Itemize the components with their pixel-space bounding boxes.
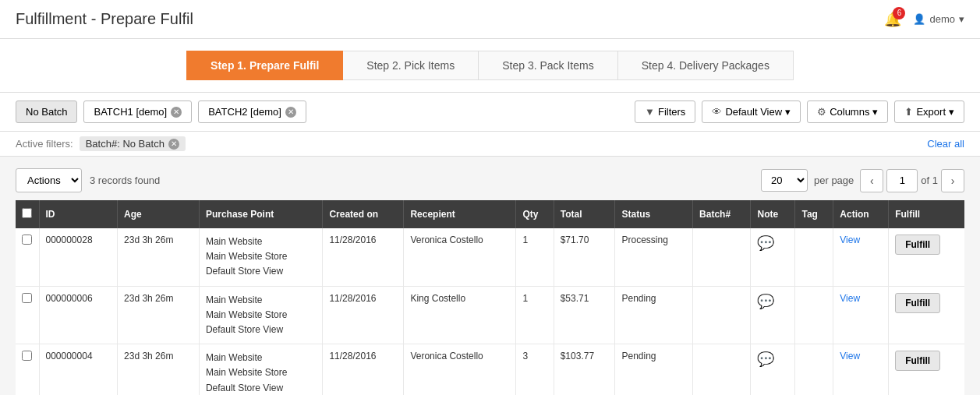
filter-tag-text: Batch#: No Batch bbox=[86, 138, 165, 150]
step-4[interactable]: Step 4. Delivery Packages bbox=[618, 51, 794, 80]
th-recipient: Recepient bbox=[404, 200, 516, 228]
cell-tag bbox=[795, 344, 833, 395]
next-page-button[interactable]: › bbox=[941, 169, 964, 192]
row-checkbox[interactable] bbox=[22, 351, 32, 361]
th-qty: Qty bbox=[516, 200, 554, 228]
note-icon[interactable]: 💬 bbox=[757, 235, 774, 251]
notification-bell[interactable]: 🔔 6 bbox=[884, 11, 901, 28]
th-checkbox bbox=[16, 200, 39, 228]
cell-total: $103.77 bbox=[554, 344, 615, 395]
row-checkbox[interactable] bbox=[22, 293, 32, 303]
step-1[interactable]: Step 1. Prepare Fulfil bbox=[186, 51, 343, 80]
view-link[interactable]: View bbox=[840, 351, 860, 361]
per-page-label: per page bbox=[814, 175, 854, 186]
cell-fulfill[interactable]: Fulfill bbox=[889, 286, 964, 344]
chevron-down-icon: ▾ bbox=[959, 13, 964, 25]
cell-age: 23d 3h 26m bbox=[118, 344, 200, 395]
cell-tag bbox=[795, 286, 833, 344]
gear-icon: ⚙ bbox=[817, 106, 826, 118]
cell-recipient: King Costello bbox=[404, 286, 516, 344]
actions-select-input[interactable]: Actions bbox=[16, 169, 81, 192]
user-name: demo bbox=[929, 13, 955, 25]
table-row: 000000004 23d 3h 26m Main Website Main W… bbox=[16, 344, 964, 395]
th-purchase-point: Purchase Point bbox=[199, 200, 323, 228]
eye-icon: 👁 bbox=[712, 106, 722, 118]
batch-tab-no-batch[interactable]: No Batch bbox=[16, 101, 77, 123]
cell-id: 000000028 bbox=[39, 228, 118, 286]
row-checkbox-cell bbox=[16, 344, 39, 395]
fulfill-button[interactable]: Fulfill bbox=[895, 235, 940, 255]
step-3[interactable]: Step 3. Pack Items bbox=[479, 51, 618, 80]
select-all-checkbox[interactable] bbox=[22, 208, 32, 218]
filter-tag: Batch#: No Batch ✕ bbox=[80, 136, 186, 151]
per-page-input[interactable]: 20 50 100 bbox=[761, 169, 808, 192]
cell-total: $71.70 bbox=[554, 228, 615, 286]
batch-close-icon[interactable]: ✕ bbox=[285, 107, 296, 118]
actions-dropdown[interactable]: Actions bbox=[16, 168, 82, 192]
cell-status: Pending bbox=[615, 344, 693, 395]
th-total: Total bbox=[554, 200, 615, 228]
view-link[interactable]: View bbox=[840, 235, 860, 245]
page-of: of 1 bbox=[921, 175, 938, 186]
fulfill-button[interactable]: Fulfill bbox=[895, 351, 940, 371]
cell-qty: 1 bbox=[516, 286, 554, 344]
cell-action[interactable]: View bbox=[833, 228, 889, 286]
batch-tab-batch1[interactable]: BATCH1 [demo] ✕ bbox=[83, 101, 192, 123]
user-menu[interactable]: 👤 demo ▾ bbox=[913, 13, 964, 25]
th-status: Status bbox=[615, 200, 693, 228]
cell-fulfill[interactable]: Fulfill bbox=[889, 344, 964, 395]
clear-all-link[interactable]: Clear all bbox=[927, 138, 964, 150]
filters-button[interactable]: ▼ Filters bbox=[635, 101, 695, 123]
table-row: 000000028 23d 3h 26m Main Website Main W… bbox=[16, 228, 964, 286]
cell-id: 000000006 bbox=[39, 286, 118, 344]
cell-action[interactable]: View bbox=[833, 344, 889, 395]
step-2[interactable]: Step 2. Pick Items bbox=[343, 51, 479, 80]
batch-tab-batch2[interactable]: BATCH2 [demo] ✕ bbox=[198, 101, 306, 123]
view-link[interactable]: View bbox=[840, 293, 860, 304]
cell-tag bbox=[795, 228, 833, 286]
filter-label: Active filters: bbox=[16, 138, 73, 150]
page-input[interactable] bbox=[886, 169, 918, 192]
fulfill-button[interactable]: Fulfill bbox=[895, 293, 940, 313]
cell-action[interactable]: View bbox=[833, 286, 889, 344]
page-nav: ‹ of 1 › bbox=[860, 169, 964, 192]
row-checkbox-cell bbox=[16, 228, 39, 286]
records-found: 3 records found bbox=[90, 175, 160, 186]
cell-purchase-point: Main Website Main Website Store Default … bbox=[199, 344, 323, 395]
view-button[interactable]: 👁 Default View ▾ bbox=[702, 101, 801, 123]
th-age: Age bbox=[118, 200, 200, 228]
columns-label: Columns bbox=[830, 106, 869, 118]
batch-close-icon[interactable]: ✕ bbox=[171, 107, 182, 118]
active-filters-row: Active filters: Batch#: No Batch ✕ Clear… bbox=[0, 132, 980, 157]
cell-note[interactable]: 💬 bbox=[751, 344, 795, 395]
user-icon: 👤 bbox=[913, 13, 925, 25]
filter-close-icon[interactable]: ✕ bbox=[168, 139, 179, 150]
cell-age: 23d 3h 26m bbox=[118, 228, 200, 286]
th-action: Action bbox=[833, 200, 889, 228]
cell-batch bbox=[693, 228, 751, 286]
row-checkbox-cell bbox=[16, 286, 39, 344]
cell-qty: 3 bbox=[516, 344, 554, 395]
cell-note[interactable]: 💬 bbox=[751, 286, 795, 344]
cell-fulfill[interactable]: Fulfill bbox=[889, 228, 964, 286]
cell-status: Pending bbox=[615, 286, 693, 344]
steps-bar: Step 1. Prepare Fulfil Step 2. Pick Item… bbox=[0, 39, 980, 93]
cell-created-on: 11/28/2016 bbox=[323, 286, 404, 344]
th-created-on: Created on bbox=[323, 200, 404, 228]
export-icon: ⬆ bbox=[904, 106, 913, 118]
actions-row: Actions 3 records found 20 50 100 per pa… bbox=[16, 168, 964, 192]
note-icon[interactable]: 💬 bbox=[757, 294, 774, 309]
cell-note[interactable]: 💬 bbox=[751, 228, 795, 286]
cell-purchase-point: Main Website Main Website Store Default … bbox=[199, 228, 323, 286]
export-button[interactable]: ⬆ Export ▾ bbox=[894, 101, 964, 123]
cell-batch bbox=[693, 286, 751, 344]
row-checkbox[interactable] bbox=[22, 235, 32, 245]
prev-page-button[interactable]: ‹ bbox=[860, 169, 883, 192]
per-page-select[interactable]: 20 50 100 bbox=[761, 169, 808, 192]
cell-recipient: Veronica Costello bbox=[404, 228, 516, 286]
top-header: Fulfillment - Prepare Fulfil 🔔 6 👤 demo … bbox=[0, 0, 980, 39]
cell-total: $53.71 bbox=[554, 286, 615, 344]
batch-tab-label: BATCH2 [demo] bbox=[208, 106, 281, 118]
columns-button[interactable]: ⚙ Columns ▾ bbox=[807, 101, 888, 123]
note-icon[interactable]: 💬 bbox=[757, 351, 774, 367]
